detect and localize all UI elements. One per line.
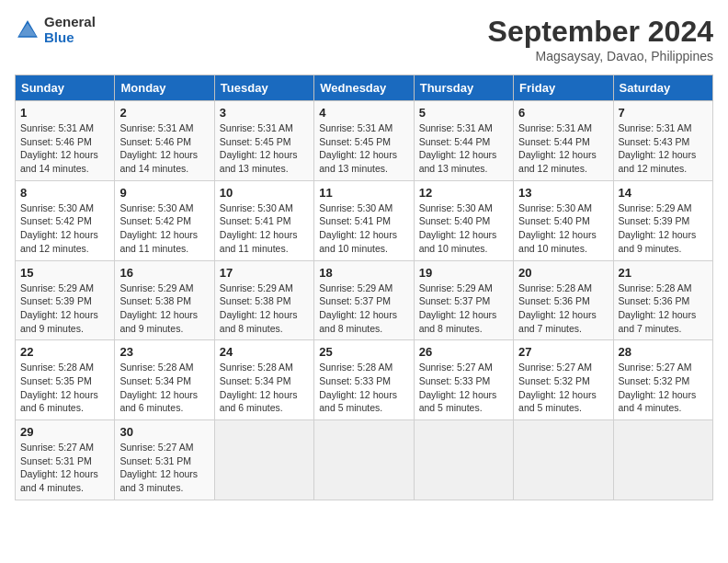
day-header-monday: Monday bbox=[115, 75, 214, 101]
day-info: Sunrise: 5:29 AMSunset: 5:38 PMDaylight:… bbox=[220, 282, 309, 336]
day-number: 14 bbox=[619, 186, 708, 200]
day-number: 29 bbox=[20, 425, 109, 439]
calendar-cell: 11 Sunrise: 5:30 AMSunset: 5:41 PMDaylig… bbox=[314, 180, 414, 260]
calendar-cell: 29 Sunrise: 5:27 AMSunset: 5:31 PMDaylig… bbox=[16, 420, 115, 500]
calendar-cell: 16 Sunrise: 5:29 AMSunset: 5:38 PMDaylig… bbox=[115, 260, 214, 340]
calendar-cell: 26 Sunrise: 5:27 AMSunset: 5:33 PMDaylig… bbox=[414, 340, 513, 420]
calendar-cell: 12 Sunrise: 5:30 AMSunset: 5:40 PMDaylig… bbox=[414, 180, 513, 260]
calendar-week-row: 1 Sunrise: 5:31 AMSunset: 5:46 PMDayligh… bbox=[16, 101, 713, 181]
calendar-cell: 19 Sunrise: 5:29 AMSunset: 5:37 PMDaylig… bbox=[414, 260, 513, 340]
day-info: Sunrise: 5:27 AMSunset: 5:31 PMDaylight:… bbox=[20, 441, 109, 495]
day-info: Sunrise: 5:28 AMSunset: 5:36 PMDaylight:… bbox=[518, 282, 608, 336]
day-info: Sunrise: 5:27 AMSunset: 5:31 PMDaylight:… bbox=[119, 441, 209, 495]
calendar-week-row: 22 Sunrise: 5:28 AMSunset: 5:35 PMDaylig… bbox=[16, 340, 713, 420]
day-info: Sunrise: 5:28 AMSunset: 5:34 PMDaylight:… bbox=[119, 361, 209, 415]
day-number: 23 bbox=[119, 345, 209, 359]
day-header-tuesday: Tuesday bbox=[214, 75, 313, 101]
logo-blue: Blue bbox=[44, 30, 96, 46]
day-number: 1 bbox=[20, 106, 109, 120]
title-block: September 2024 Magsaysay, Davao, Philipp… bbox=[488, 15, 713, 63]
calendar-cell bbox=[613, 420, 712, 500]
calendar-cell: 10 Sunrise: 5:30 AMSunset: 5:41 PMDaylig… bbox=[214, 180, 313, 260]
day-number: 25 bbox=[319, 345, 408, 359]
month-title: September 2024 bbox=[488, 15, 713, 49]
day-number: 4 bbox=[319, 106, 408, 120]
logo-text: General Blue bbox=[44, 15, 96, 45]
day-header-thursday: Thursday bbox=[414, 75, 513, 101]
day-info: Sunrise: 5:31 AMSunset: 5:45 PMDaylight:… bbox=[220, 121, 309, 176]
day-number: 7 bbox=[619, 106, 708, 120]
calendar-cell: 13 Sunrise: 5:30 AMSunset: 5:40 PMDaylig… bbox=[514, 180, 613, 260]
day-number: 2 bbox=[119, 106, 209, 120]
calendar-cell: 8 Sunrise: 5:30 AMSunset: 5:42 PMDayligh… bbox=[16, 180, 115, 260]
day-info: Sunrise: 5:30 AMSunset: 5:42 PMDaylight:… bbox=[119, 201, 209, 256]
day-info: Sunrise: 5:30 AMSunset: 5:40 PMDaylight:… bbox=[419, 201, 508, 256]
day-info: Sunrise: 5:29 AMSunset: 5:37 PMDaylight:… bbox=[319, 282, 408, 336]
day-number: 15 bbox=[20, 266, 109, 280]
day-number: 27 bbox=[518, 345, 608, 359]
calendar-week-row: 15 Sunrise: 5:29 AMSunset: 5:39 PMDaylig… bbox=[16, 260, 713, 340]
day-info: Sunrise: 5:30 AMSunset: 5:41 PMDaylight:… bbox=[220, 201, 309, 256]
calendar-cell: 21 Sunrise: 5:28 AMSunset: 5:36 PMDaylig… bbox=[613, 260, 712, 340]
page-header: General Blue September 2024 Magsaysay, D… bbox=[15, 15, 713, 63]
location-subtitle: Magsaysay, Davao, Philippines bbox=[488, 49, 713, 63]
logo: General Blue bbox=[15, 15, 96, 45]
calendar-cell bbox=[514, 420, 613, 500]
day-number: 13 bbox=[518, 186, 608, 200]
day-number: 26 bbox=[419, 345, 508, 359]
calendar-cell: 7 Sunrise: 5:31 AMSunset: 5:43 PMDayligh… bbox=[613, 101, 712, 181]
day-info: Sunrise: 5:31 AMSunset: 5:45 PMDaylight:… bbox=[319, 121, 408, 176]
calendar-cell: 27 Sunrise: 5:27 AMSunset: 5:32 PMDaylig… bbox=[514, 340, 613, 420]
day-info: Sunrise: 5:28 AMSunset: 5:34 PMDaylight:… bbox=[220, 361, 309, 415]
day-info: Sunrise: 5:31 AMSunset: 5:43 PMDaylight:… bbox=[619, 121, 708, 176]
logo-general: General bbox=[44, 15, 96, 30]
calendar-cell: 22 Sunrise: 5:28 AMSunset: 5:35 PMDaylig… bbox=[16, 340, 115, 420]
calendar-cell bbox=[414, 420, 513, 500]
calendar-cell: 20 Sunrise: 5:28 AMSunset: 5:36 PMDaylig… bbox=[514, 260, 613, 340]
day-info: Sunrise: 5:27 AMSunset: 5:33 PMDaylight:… bbox=[419, 361, 508, 415]
calendar-body: 1 Sunrise: 5:31 AMSunset: 5:46 PMDayligh… bbox=[16, 101, 713, 500]
day-info: Sunrise: 5:31 AMSunset: 5:44 PMDaylight:… bbox=[419, 121, 508, 176]
calendar-cell: 23 Sunrise: 5:28 AMSunset: 5:34 PMDaylig… bbox=[115, 340, 214, 420]
day-info: Sunrise: 5:28 AMSunset: 5:36 PMDaylight:… bbox=[619, 282, 708, 336]
calendar-cell: 3 Sunrise: 5:31 AMSunset: 5:45 PMDayligh… bbox=[214, 101, 313, 181]
calendar-cell: 4 Sunrise: 5:31 AMSunset: 5:45 PMDayligh… bbox=[314, 101, 414, 181]
day-number: 17 bbox=[220, 266, 309, 280]
calendar-cell: 1 Sunrise: 5:31 AMSunset: 5:46 PMDayligh… bbox=[16, 101, 115, 181]
day-number: 5 bbox=[419, 106, 508, 120]
day-info: Sunrise: 5:29 AMSunset: 5:37 PMDaylight:… bbox=[419, 282, 508, 336]
calendar-cell: 5 Sunrise: 5:31 AMSunset: 5:44 PMDayligh… bbox=[414, 101, 513, 181]
day-info: Sunrise: 5:28 AMSunset: 5:33 PMDaylight:… bbox=[319, 361, 408, 415]
day-info: Sunrise: 5:30 AMSunset: 5:42 PMDaylight:… bbox=[20, 201, 109, 256]
calendar-header-row: SundayMondayTuesdayWednesdayThursdayFrid… bbox=[16, 75, 713, 101]
day-number: 20 bbox=[518, 266, 608, 280]
day-number: 11 bbox=[319, 186, 408, 200]
calendar-week-row: 29 Sunrise: 5:27 AMSunset: 5:31 PMDaylig… bbox=[16, 420, 713, 500]
day-number: 18 bbox=[319, 266, 408, 280]
day-info: Sunrise: 5:27 AMSunset: 5:32 PMDaylight:… bbox=[518, 361, 608, 415]
calendar-cell bbox=[214, 420, 313, 500]
calendar-week-row: 8 Sunrise: 5:30 AMSunset: 5:42 PMDayligh… bbox=[16, 180, 713, 260]
day-number: 24 bbox=[220, 345, 309, 359]
day-number: 6 bbox=[518, 106, 608, 120]
day-number: 3 bbox=[220, 106, 309, 120]
calendar-cell: 14 Sunrise: 5:29 AMSunset: 5:39 PMDaylig… bbox=[613, 180, 712, 260]
day-info: Sunrise: 5:30 AMSunset: 5:41 PMDaylight:… bbox=[319, 201, 408, 256]
calendar-cell: 24 Sunrise: 5:28 AMSunset: 5:34 PMDaylig… bbox=[214, 340, 313, 420]
day-header-friday: Friday bbox=[514, 75, 613, 101]
day-info: Sunrise: 5:27 AMSunset: 5:32 PMDaylight:… bbox=[619, 361, 708, 415]
day-number: 22 bbox=[20, 345, 109, 359]
calendar-cell: 6 Sunrise: 5:31 AMSunset: 5:44 PMDayligh… bbox=[514, 101, 613, 181]
day-info: Sunrise: 5:31 AMSunset: 5:46 PMDaylight:… bbox=[119, 121, 209, 176]
day-header-sunday: Sunday bbox=[16, 75, 115, 101]
svg-marker-1 bbox=[19, 23, 37, 36]
day-number: 9 bbox=[119, 186, 209, 200]
logo-icon bbox=[15, 17, 40, 43]
calendar-cell: 15 Sunrise: 5:29 AMSunset: 5:39 PMDaylig… bbox=[16, 260, 115, 340]
day-number: 16 bbox=[119, 266, 209, 280]
day-header-saturday: Saturday bbox=[613, 75, 712, 101]
calendar-cell: 28 Sunrise: 5:27 AMSunset: 5:32 PMDaylig… bbox=[613, 340, 712, 420]
day-header-wednesday: Wednesday bbox=[314, 75, 414, 101]
day-number: 19 bbox=[419, 266, 508, 280]
day-info: Sunrise: 5:29 AMSunset: 5:39 PMDaylight:… bbox=[20, 282, 109, 336]
